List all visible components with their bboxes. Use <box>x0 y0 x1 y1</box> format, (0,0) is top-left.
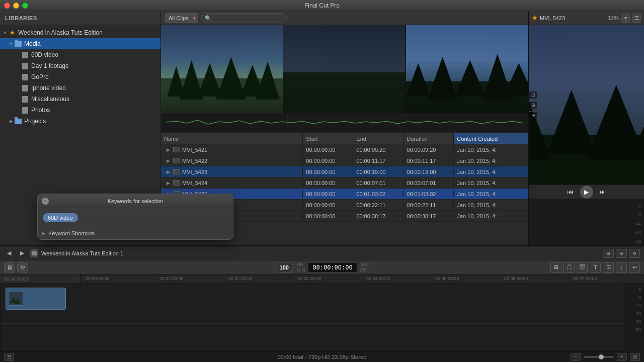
sidebar-item-gopro[interactable]: GoPro <box>0 71 160 82</box>
undo-tool[interactable]: ↩ <box>629 262 640 273</box>
frame-image-1 <box>161 25 283 113</box>
clip-end-cell: 00:00:22:11 <box>353 202 404 208</box>
expand-icon[interactable]: ▶ <box>164 146 172 154</box>
clip-duration-cell: 00:01:03:02 <box>404 191 454 197</box>
table-row[interactable]: ▶ MVI_5421 00:00:00:00 00:00:09:20 00:00… <box>161 144 528 155</box>
viewer-toolbar: ★ MVI_5423 12% ▾ ☰ <box>529 11 644 25</box>
viewer-clip-name: MVI_5423 <box>540 15 606 21</box>
zoom-slider-thumb[interactable] <box>599 354 604 359</box>
metrics-panel: 6 0 -12 -20 -30 -50 <box>624 284 644 351</box>
zoom-slider[interactable] <box>584 356 614 358</box>
doc-icon <box>21 51 29 59</box>
folder-iphone-label: Iphone video <box>31 84 160 92</box>
clip-appearance-btn[interactable]: ▤ <box>4 262 15 273</box>
audio-tool[interactable]: 🎬 <box>577 262 588 273</box>
doc-icon <box>21 106 29 114</box>
svg-rect-9 <box>283 72 405 113</box>
clip-duration-cell: 00:00:19:00 <box>404 169 454 175</box>
chevron-down-icon: ▼ <box>2 30 8 36</box>
timeline-back-btn[interactable]: ◀ <box>4 248 14 258</box>
app-title: Final Cut Pro <box>304 2 340 9</box>
col-header-created[interactable]: Content Created <box>454 133 528 144</box>
db-value-30: -30 <box>530 239 643 244</box>
timeline-clip[interactable] <box>6 288 66 310</box>
table-row[interactable]: ▶ MVI_5424 00:00:00:00 00:00:07:01 00:00… <box>161 177 528 189</box>
sidebar-item-60d[interactable]: 60D video <box>0 49 160 60</box>
clip-duration-cell: 00:00:07:01 <box>404 180 454 186</box>
keywords-popup: × Keywords for selection 60D video ▶ Key… <box>37 194 233 240</box>
timeline-index-btn[interactable]: ⚙ <box>17 262 28 273</box>
doc-icon <box>21 95 29 103</box>
filmstrip-frames <box>161 25 528 113</box>
zoom-fit-btn[interactable]: ⊞ <box>603 249 614 258</box>
titlebar: Final Cut Pro <box>0 0 644 11</box>
viewer-forward-btn[interactable]: ⏭ <box>597 187 608 198</box>
sidebar-item-projects[interactable]: ▶ Projects <box>0 116 160 127</box>
filter-dropdown[interactable]: All Clips <box>165 13 198 23</box>
sidebar-item-day1[interactable]: Day 1 footage <box>0 60 160 71</box>
keywords-close-btn[interactable]: × <box>42 198 49 205</box>
sidebar-item-photos[interactable]: Photos <box>0 105 160 116</box>
keywords-popup-title: Keywords for selection <box>108 198 164 204</box>
trim-tool[interactable]: ⊞ <box>550 262 561 273</box>
viewer-rewind-btn[interactable]: ⏮ <box>565 187 576 198</box>
text-tool[interactable]: T <box>590 262 601 273</box>
zoom-out-btn[interactable]: − <box>571 353 581 361</box>
viewer-transform-btn[interactable]: ⊞ <box>529 101 538 109</box>
keyword-tag-60d[interactable]: 60D video <box>43 213 78 222</box>
track-lane-1 <box>1 284 624 324</box>
clip-icon <box>173 158 180 163</box>
fullscreen-button[interactable] <box>22 3 28 9</box>
table-row[interactable]: ▶ MVI_5422 00:00:00:00 00:00:11:17 00:00… <box>161 155 528 166</box>
media-label: Media <box>24 40 160 47</box>
timeline-header: ◀ ▶ Weekend in Alaska Tuts Edition 1 ⊞ ⊟… <box>0 246 644 260</box>
expand-icon[interactable]: ▶ <box>164 179 172 187</box>
sidebar-item-iphone[interactable]: Iphone video <box>0 82 160 94</box>
share-tool[interactable]: ↑ <box>616 262 627 273</box>
sidebar-item-media[interactable]: ▼ Media <box>0 38 160 49</box>
keyword-shortcuts[interactable]: ▶ Keyword Shortcuts <box>38 227 233 239</box>
db-value-20: -20 <box>530 230 643 235</box>
viewer-menu-btn[interactable]: ☰ <box>632 14 641 23</box>
statusbar-grid-btn[interactable]: ⊞ <box>630 353 640 361</box>
filter-dropdown-wrapper[interactable]: All Clips <box>165 13 198 23</box>
close-button[interactable] <box>4 3 10 9</box>
viewer-play-btn[interactable]: ▶ <box>580 186 593 199</box>
clip-name-cell: ▶ MVI_5424 <box>161 179 303 187</box>
traffic-lights[interactable] <box>4 3 28 9</box>
clip-start-cell: 00:00:00:00 <box>303 213 353 219</box>
gen-tool[interactable]: ⊡ <box>603 262 614 273</box>
search-input[interactable] <box>201 13 287 23</box>
statusbar: ☰ 00:00 total - 720p HD 23.98p Stereo − … <box>0 351 644 362</box>
filmstrip-area: MVI_5425 <box>161 25 528 133</box>
waveform-svg <box>166 117 523 127</box>
minimize-button[interactable] <box>13 3 19 9</box>
statusbar-list-btn[interactable]: ☰ <box>4 353 14 361</box>
timeline-settings-btn[interactable]: ⚙ <box>629 249 640 258</box>
viewer-dropdown-btn[interactable]: ▾ <box>621 14 630 23</box>
timeline-right-controls: ⊞ ⊟ ⚙ <box>603 249 640 258</box>
col-header-end[interactable]: End <box>353 133 404 144</box>
timeline-forward-btn[interactable]: ▶ <box>17 248 27 258</box>
clip-created-cell: Jan 10, 2015, 4: <box>454 202 528 208</box>
col-header-name[interactable]: Name <box>161 133 303 144</box>
col-header-duration[interactable]: Duration <box>404 133 454 144</box>
folder-60d-label: 60D video <box>31 51 160 58</box>
viewer-color-btn[interactable]: ◈ <box>529 111 538 119</box>
zoom-in-btn[interactable]: + <box>617 353 627 361</box>
expand-icon[interactable]: ▶ <box>164 168 172 176</box>
range-tool[interactable]: 🎵 <box>564 262 575 273</box>
col-header-start[interactable]: Start <box>303 133 353 144</box>
film-frame-1 <box>161 25 283 113</box>
zoom-scale-btn[interactable]: ⊟ <box>616 249 627 258</box>
db-value-0: 0 <box>530 212 643 217</box>
sidebar-item-misc[interactable]: Miscellaneous <box>0 94 160 105</box>
keywords-tags-area: 60D video <box>42 212 229 223</box>
sidebar-item-library[interactable]: ▼ ★ Weekend in Alaska Tuts Edition <box>0 27 160 38</box>
expand-icon[interactable]: ▶ <box>164 157 172 165</box>
table-row[interactable]: ▶ MVI_5423 00:00:00:00 00:00:19:00 00:00… <box>161 166 528 177</box>
timecode-labels-2: SEC FR <box>360 262 370 273</box>
folder-misc-label: Miscellaneous <box>31 96 160 103</box>
clip-duration-cell: 00:00:38:17 <box>404 213 454 219</box>
viewer-crop-btn[interactable]: ⊡ <box>529 91 538 99</box>
